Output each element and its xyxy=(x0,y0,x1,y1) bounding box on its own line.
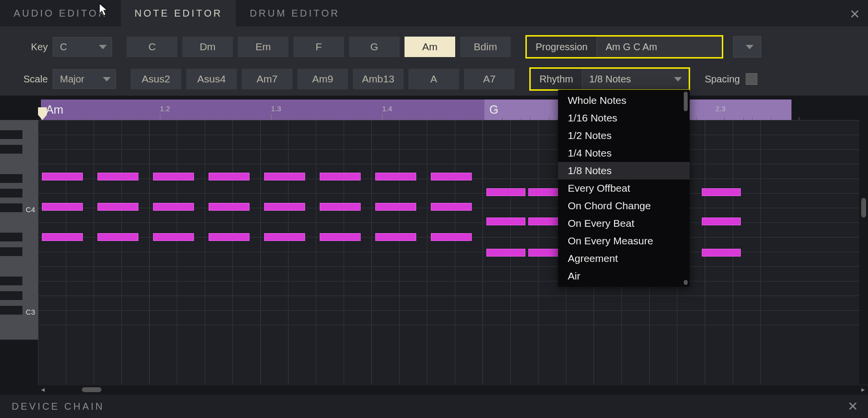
piano-black-key[interactable] xyxy=(0,130,22,139)
midi-note[interactable] xyxy=(431,233,472,241)
midi-note[interactable] xyxy=(97,233,138,241)
piano-black-key[interactable] xyxy=(0,277,22,285)
chord-variant-chips: Asus2Asus4Am7Am9Amb13AA7 xyxy=(131,69,515,89)
dropdown-scroll-thumb-top[interactable] xyxy=(684,92,688,111)
midi-note[interactable] xyxy=(42,233,83,241)
piano-black-key[interactable] xyxy=(0,306,22,315)
rhythm-option[interactable]: Air xyxy=(558,267,690,285)
ruler-tick-label: 1.3 xyxy=(271,104,281,113)
piano-white-key[interactable] xyxy=(0,325,38,340)
midi-note[interactable] xyxy=(97,203,138,211)
piano-black-key[interactable] xyxy=(0,203,22,212)
tab-drum-editor[interactable]: DRUM EDITOR xyxy=(236,0,353,26)
midi-note[interactable] xyxy=(153,173,194,180)
ruler-tick-label: 2 xyxy=(493,104,497,113)
midi-note[interactable] xyxy=(153,203,194,211)
rhythm-option[interactable]: On Chord Change xyxy=(558,197,690,215)
chord-chip-bdim[interactable]: Bdim xyxy=(460,37,511,57)
piano-black-key[interactable] xyxy=(0,233,22,241)
chord-chip-amb13[interactable]: Amb13 xyxy=(353,69,404,89)
rhythm-dropdown-menu[interactable]: Whole Notes1/16 Notes1/2 Notes1/4 Notes1… xyxy=(558,90,690,287)
rhythm-option[interactable]: 1/4 Notes xyxy=(558,144,690,162)
piano-keyboard-column: C4C3 xyxy=(0,96,38,394)
chord-chip-f[interactable]: F xyxy=(293,37,344,57)
midi-note[interactable] xyxy=(42,173,83,180)
progression-label: Progression xyxy=(527,37,597,57)
chord-chip-am9[interactable]: Am9 xyxy=(297,69,348,89)
midi-note[interactable] xyxy=(320,203,361,211)
midi-note[interactable] xyxy=(702,249,741,257)
scroll-right-arrow[interactable]: ► xyxy=(858,386,868,393)
midi-note[interactable] xyxy=(702,188,741,196)
note-grid[interactable] xyxy=(38,120,868,384)
progression-input[interactable]: Am G C Am xyxy=(597,37,722,57)
piano-keyboard[interactable]: C4C3 xyxy=(0,120,38,394)
diatonic-chord-chips: CDmEmFGAmBdim xyxy=(127,37,511,57)
midi-note[interactable] xyxy=(264,173,305,180)
piano-black-key[interactable] xyxy=(0,291,22,300)
close-device-chain-icon[interactable]: ✕ xyxy=(848,399,860,414)
vertical-scrollbar[interactable] xyxy=(859,120,868,384)
midi-note[interactable] xyxy=(431,203,472,211)
midi-note[interactable] xyxy=(97,173,138,180)
horizontal-scrollbar[interactable]: ◄ ► xyxy=(38,385,868,394)
midi-note[interactable] xyxy=(209,173,250,180)
midi-note[interactable] xyxy=(486,249,525,257)
rhythm-option[interactable]: 1/8 Notes xyxy=(558,162,690,179)
piano-black-key[interactable] xyxy=(0,145,22,154)
midi-note[interactable] xyxy=(702,218,741,225)
chord-chip-am7[interactable]: Am7 xyxy=(242,69,292,89)
midi-note[interactable] xyxy=(209,233,250,241)
midi-note[interactable] xyxy=(264,233,305,241)
close-editor-icon[interactable]: ✕ xyxy=(849,7,860,22)
clip-region[interactable]: Am xyxy=(41,100,489,120)
device-chain-footer[interactable]: DEVICE CHAIN ✕ xyxy=(0,394,868,418)
dropdown-scroll-thumb-bottom[interactable] xyxy=(684,280,688,285)
midi-note[interactable] xyxy=(486,218,525,225)
dropdown-scrollbar[interactable] xyxy=(683,92,689,285)
piano-black-key[interactable] xyxy=(0,174,22,183)
midi-note[interactable] xyxy=(153,233,194,241)
rhythm-label: Rhythm xyxy=(531,69,582,89)
chevron-down-icon xyxy=(103,77,111,81)
midi-note[interactable] xyxy=(375,173,416,180)
scroll-left-arrow[interactable]: ◄ xyxy=(38,386,48,393)
chord-chip-a[interactable]: A xyxy=(408,69,459,89)
tab-audio-editor[interactable]: AUDIO EDITOR xyxy=(0,0,121,26)
piano-black-key[interactable] xyxy=(0,247,22,256)
rhythm-option[interactable]: Whole Notes xyxy=(558,92,690,109)
midi-note[interactable] xyxy=(375,233,416,241)
scale-select[interactable]: Major xyxy=(53,69,116,89)
key-select[interactable]: C xyxy=(53,37,112,57)
midi-note[interactable] xyxy=(264,203,305,211)
chord-chip-c[interactable]: C xyxy=(127,37,177,57)
chord-chip-asus2[interactable]: Asus2 xyxy=(131,69,181,89)
spacing-checkbox[interactable] xyxy=(746,73,757,85)
chord-chip-am[interactable]: Am xyxy=(405,37,455,57)
midi-note[interactable] xyxy=(42,203,83,211)
chord-chip-a7[interactable]: A7 xyxy=(464,69,515,89)
midi-note[interactable] xyxy=(486,188,525,196)
rhythm-option[interactable]: On Every Beat xyxy=(558,215,690,232)
progression-dropdown-button[interactable] xyxy=(733,36,761,58)
midi-note[interactable] xyxy=(320,173,361,180)
piano-black-key[interactable] xyxy=(0,189,22,198)
rhythm-option[interactable]: 1/16 Notes xyxy=(558,109,690,127)
rhythm-option[interactable]: Agreement xyxy=(558,250,690,267)
midi-note[interactable] xyxy=(209,203,250,211)
rhythm-option[interactable]: On Every Measure xyxy=(558,232,690,250)
tab-note-editor[interactable]: NOTE EDITOR xyxy=(121,0,236,26)
midi-note[interactable] xyxy=(375,203,416,211)
vertical-scroll-thumb[interactable] xyxy=(861,198,866,218)
chord-chip-em[interactable]: Em xyxy=(238,37,289,57)
chord-chip-asus4[interactable]: Asus4 xyxy=(186,69,237,89)
chord-chip-dm[interactable]: Dm xyxy=(182,37,233,57)
chord-chip-g[interactable]: G xyxy=(349,37,400,57)
midi-note[interactable] xyxy=(431,173,472,180)
midi-note[interactable] xyxy=(320,233,361,241)
rhythm-select[interactable]: 1/8 Notes xyxy=(582,69,689,89)
clip-ruler[interactable]: AmG1.21.31.422.3 xyxy=(38,96,868,120)
horizontal-scroll-thumb[interactable] xyxy=(82,387,101,392)
rhythm-option[interactable]: 1/2 Notes xyxy=(558,127,690,144)
rhythm-option[interactable]: Every Offbeat xyxy=(558,179,690,197)
